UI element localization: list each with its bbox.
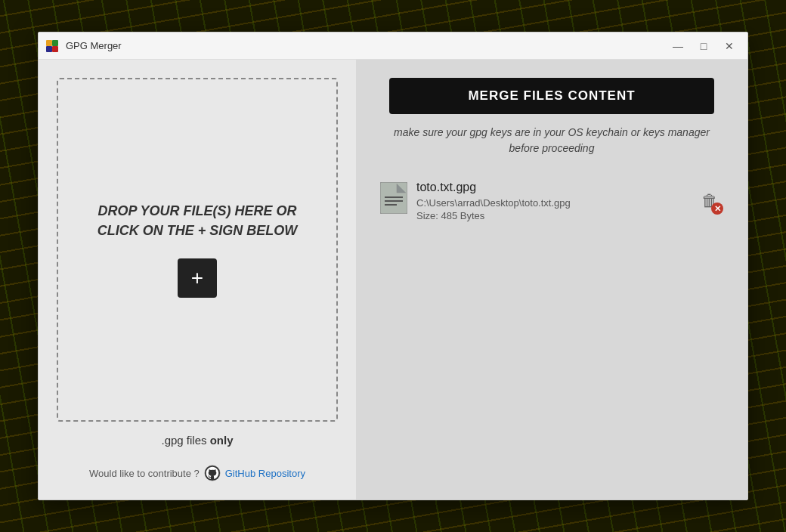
file-name: toto.txt.gpg bbox=[416, 181, 571, 194]
file-info: toto.txt.gpg C:\Users\arrad\Desktop\toto… bbox=[416, 181, 571, 221]
file-item-left: toto.txt.gpg C:\Users\arrad\Desktop\toto… bbox=[380, 181, 571, 221]
drop-zone[interactable]: DROP YOUR FILE(S) HERE OR CLICK ON THE +… bbox=[57, 78, 338, 422]
minimize-button[interactable]: — bbox=[666, 36, 690, 57]
file-type-icon bbox=[380, 182, 407, 214]
svg-rect-1 bbox=[52, 40, 58, 46]
contribute-text: Would like to contribute ? bbox=[89, 468, 200, 479]
github-icon bbox=[204, 465, 221, 481]
gpg-note: .gpg files only bbox=[161, 434, 233, 447]
contribute-row: Would like to contribute ? GitHub Reposi… bbox=[89, 465, 305, 481]
title-bar: GPG Merger — □ ✕ bbox=[39, 32, 747, 60]
left-panel: DROP YOUR FILE(S) HERE OR CLICK ON THE +… bbox=[39, 60, 356, 500]
app-icon bbox=[45, 39, 60, 54]
add-file-button[interactable]: + bbox=[178, 258, 217, 298]
window-controls: — □ ✕ bbox=[666, 36, 741, 57]
delete-badge: ✕ bbox=[711, 203, 723, 215]
right-panel: MERGE FILES CONTENT make sure your gpg k… bbox=[356, 60, 747, 500]
merge-files-button[interactable]: MERGE FILES CONTENT bbox=[389, 78, 714, 114]
gpg-note-prefix: .gpg files bbox=[161, 434, 209, 447]
close-button[interactable]: ✕ bbox=[717, 36, 741, 57]
svg-rect-3 bbox=[52, 46, 58, 52]
gpg-note-bold: only bbox=[210, 434, 234, 447]
file-list: toto.txt.gpg C:\Users\arrad\Desktop\toto… bbox=[380, 175, 723, 227]
svg-rect-2 bbox=[46, 46, 52, 52]
drop-zone-text: DROP YOUR FILE(S) HERE OR CLICK ON THE +… bbox=[76, 202, 318, 240]
github-repository-link[interactable]: GitHub Repository bbox=[225, 468, 305, 479]
maximize-button[interactable]: □ bbox=[692, 36, 716, 57]
file-path: C:\Users\arrad\Desktop\toto.txt.gpg bbox=[416, 197, 571, 209]
file-item: toto.txt.gpg C:\Users\arrad\Desktop\toto… bbox=[380, 175, 723, 227]
file-size: Size: 485 Bytes bbox=[416, 210, 571, 221]
title-bar-left: GPG Merger bbox=[45, 39, 122, 54]
warning-text: make sure your gpg keys are in your OS k… bbox=[389, 125, 714, 156]
app-window: GPG Merger — □ ✕ DROP YOUR FILE(S) HERE … bbox=[38, 32, 748, 500]
window-title: GPG Merger bbox=[66, 40, 122, 51]
svg-rect-0 bbox=[46, 40, 52, 46]
delete-file-button[interactable]: 🗑 ✕ bbox=[696, 187, 723, 215]
main-content: DROP YOUR FILE(S) HERE OR CLICK ON THE +… bbox=[39, 60, 747, 500]
